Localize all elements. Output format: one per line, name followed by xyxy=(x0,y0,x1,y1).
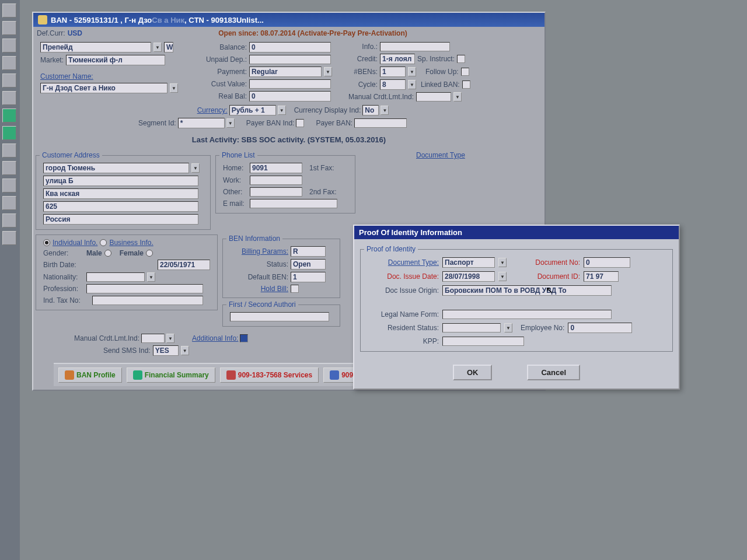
individual-radio-label[interactable]: Individual Info. xyxy=(53,239,97,247)
billing-params-value[interactable]: R xyxy=(291,246,326,257)
tool-btn-10[interactable] xyxy=(2,161,16,175)
kpp-value[interactable] xyxy=(442,337,524,346)
window-title: BAN - 525915131/1 , Г-н ДзоСв а Ник, CTN… xyxy=(51,16,264,24)
currency-disp-value[interactable]: No xyxy=(362,105,379,116)
cycle-value[interactable]: 8 xyxy=(380,79,406,90)
doc-no-value[interactable]: 0 xyxy=(584,257,630,268)
cycle-dd-icon[interactable]: ▼ xyxy=(408,80,416,89)
default-ben-value[interactable]: 1 xyxy=(291,272,326,282)
segment-dd-icon[interactable]: ▼ xyxy=(226,118,235,128)
home-value[interactable]: 9091 xyxy=(250,163,302,173)
ben-info-group: BEN Information Billing Params:R Status:… xyxy=(222,235,340,298)
gender-label: Gender: xyxy=(43,249,84,257)
proof-of-identity-dialog: Proof Of Identity Information Proof of I… xyxy=(353,225,680,390)
customer-address-legend: Customer Address xyxy=(40,151,102,159)
currency-label[interactable]: Currency: xyxy=(197,106,228,114)
male-radio[interactable] xyxy=(104,250,111,257)
resident-value[interactable] xyxy=(442,323,501,332)
doc-id-value[interactable]: 71 97 xyxy=(584,271,619,282)
plan-dd-icon[interactable]: ▼ xyxy=(153,43,162,52)
bens-value[interactable]: 1 xyxy=(380,66,406,77)
tool-btn-8[interactable] xyxy=(2,126,16,140)
tool-btn-12[interactable] xyxy=(2,196,16,210)
tool-btn-11[interactable] xyxy=(2,178,16,192)
manual-crdt-dd-2-icon[interactable]: ▼ xyxy=(166,334,174,343)
issue-date-value[interactable]: 28/07/1998 xyxy=(442,271,495,282)
manual-crdt-dd-icon[interactable]: ▼ xyxy=(453,92,462,102)
tool-btn-6[interactable] xyxy=(2,91,16,105)
doc-type-dd-icon[interactable]: ▼ xyxy=(498,258,507,267)
issue-origin-value[interactable]: Боровским ПОМ То в РОВД УВД То xyxy=(442,285,612,296)
nationality-dd-icon[interactable]: ▼ xyxy=(147,272,155,282)
bens-dd-icon[interactable]: ▼ xyxy=(408,67,416,76)
currency-dd-icon[interactable]: ▼ xyxy=(278,106,286,115)
payment-value[interactable]: Regular xyxy=(249,66,322,77)
additional-info-label[interactable]: Additional Info: xyxy=(192,334,238,342)
auth-value[interactable] xyxy=(230,312,329,321)
work-value[interactable] xyxy=(250,176,302,185)
customer-name-value[interactable]: Г-н Дзод Свет а Нико xyxy=(40,83,167,93)
tool-btn-5[interactable] xyxy=(2,74,16,88)
tool-btn-7[interactable] xyxy=(2,108,16,123)
doc-type-value[interactable]: Паспорт xyxy=(442,257,495,268)
tool-btn-13[interactable] xyxy=(2,214,16,228)
legal-name-value[interactable] xyxy=(442,310,612,319)
tab-financial-summary[interactable]: Financial Summary xyxy=(127,368,215,383)
email-value[interactable] xyxy=(250,199,337,208)
currency-disp-dd-icon[interactable]: ▼ xyxy=(381,106,389,115)
segment-value[interactable]: * xyxy=(178,118,225,128)
phone-list-group: Phone List Home:90911st Fax: Work: Other… xyxy=(215,151,355,214)
money-icon xyxy=(133,370,142,380)
plan-select[interactable]: Препейд xyxy=(40,42,151,52)
business-radio[interactable] xyxy=(100,239,107,246)
tool-btn-4[interactable] xyxy=(2,56,16,70)
linked-ban-checkbox[interactable] xyxy=(462,80,470,89)
default-ben-label: Default BEN: xyxy=(230,273,288,281)
cancel-button[interactable]: Cancel xyxy=(527,365,580,380)
send-sms-dd-icon[interactable]: ▼ xyxy=(181,346,189,355)
phone-icon xyxy=(226,370,236,380)
customer-name-label[interactable]: Customer Name: xyxy=(40,72,93,80)
follow-up-checkbox[interactable] xyxy=(461,68,469,76)
tool-btn-1[interactable] xyxy=(2,4,16,18)
doc-type-label[interactable]: Document Type: xyxy=(369,258,439,267)
payer-ban-ind-checkbox[interactable] xyxy=(296,119,304,127)
ind-tax-value[interactable] xyxy=(92,296,203,305)
nationality-value[interactable] xyxy=(86,272,145,282)
tool-btn-9[interactable] xyxy=(2,144,16,158)
customer-name-dd-icon[interactable]: ▼ xyxy=(170,83,178,93)
billing-params-label[interactable]: Billing Params: xyxy=(230,247,288,256)
tool-btn-2[interactable] xyxy=(2,21,16,35)
hold-bill-label[interactable]: Hold Bill: xyxy=(230,285,288,293)
customer-address-group: Customer Address город Тюмень▼ улица Б К… xyxy=(36,151,211,230)
address-dd-icon[interactable]: ▼ xyxy=(191,163,200,173)
tab-services[interactable]: 909-183-7568 Services xyxy=(220,368,319,383)
market-value: Тюменский ф-л xyxy=(66,55,165,65)
female-radio[interactable] xyxy=(146,250,153,257)
business-radio-label[interactable]: Business Info. xyxy=(109,239,153,247)
address-line3: Ква нская xyxy=(43,188,198,199)
tool-btn-3[interactable] xyxy=(2,38,16,52)
address-line1[interactable]: город Тюмень xyxy=(43,163,189,173)
birth-value[interactable]: 22/05/1971 xyxy=(158,260,210,270)
issue-date-dd-icon[interactable]: ▼ xyxy=(498,272,507,281)
additional-info-checkbox[interactable] xyxy=(240,334,248,342)
manual-crdt-value[interactable] xyxy=(416,92,451,102)
sp-instruct-checkbox[interactable] xyxy=(457,55,465,63)
tab-ban-profile[interactable]: BAN Profile xyxy=(58,368,122,383)
payment-dd-icon[interactable]: ▼ xyxy=(324,67,332,76)
document-type-link[interactable]: Document Type xyxy=(416,151,465,159)
ok-button[interactable]: OK xyxy=(453,365,493,380)
currency-value[interactable]: Рубль + 1 xyxy=(229,105,276,116)
payer-ban-value[interactable] xyxy=(354,118,407,128)
issue-date-label: Doc. Issue Date: xyxy=(369,272,439,281)
employee-value[interactable]: 0 xyxy=(568,323,632,333)
profession-value[interactable] xyxy=(86,284,203,293)
hold-bill-checkbox[interactable] xyxy=(291,285,299,293)
resident-dd-icon[interactable]: ▼ xyxy=(504,323,512,332)
manual-crdt-value-2[interactable] xyxy=(141,334,165,343)
individual-radio[interactable] xyxy=(43,239,50,246)
send-sms-value[interactable]: YES xyxy=(153,345,179,356)
other-value[interactable] xyxy=(250,187,302,197)
tool-btn-14[interactable] xyxy=(2,231,16,245)
